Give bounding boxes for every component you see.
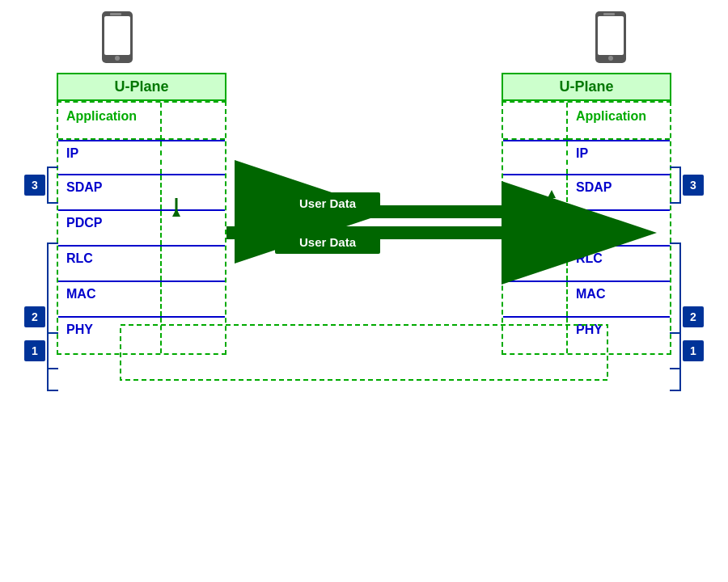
svg-point-6 <box>608 56 613 61</box>
left-layer-pdcp: PDCP <box>58 211 225 247</box>
left-layer-phy: PHY <box>58 318 225 353</box>
bracket-label-left-1: 1 <box>24 340 45 361</box>
left-uplane-header: U-Plane <box>57 73 226 101</box>
svg-rect-5 <box>598 16 624 55</box>
right-uplane-header: U-Plane <box>502 73 671 101</box>
left-bracket-3: 3 <box>24 167 58 204</box>
svg-point-2 <box>115 56 120 61</box>
svg-rect-3 <box>110 13 121 15</box>
left-stack: U-Plane Application IP <box>57 73 226 355</box>
svg-rect-7 <box>603 13 615 15</box>
svg-rect-20 <box>275 231 380 254</box>
right-bracket-3: 3 <box>670 167 704 204</box>
svg-rect-18 <box>275 192 380 215</box>
diagram-container: U-Plane Application IP <box>0 0 728 582</box>
right-layer-pdcp: PDCP <box>503 211 670 247</box>
right-layer-ip: IP <box>503 140 670 175</box>
svg-text:User Data: User Data <box>299 196 357 210</box>
right-bracket-1: 1 <box>670 332 704 369</box>
left-layer-rlc: RLC <box>58 247 225 282</box>
left-layer-mac: MAC <box>58 282 225 318</box>
right-stack: U-Plane Application IP <box>502 73 671 355</box>
bracket-label-left-2: 2 <box>24 306 45 327</box>
svg-text:User Data: User Data <box>299 235 357 249</box>
bracket-label-left-3: 3 <box>24 175 45 196</box>
right-layer-rlc: RLC <box>503 247 670 282</box>
bracket-label-right-3: 3 <box>683 175 704 196</box>
right-layer-sdap: SDAP <box>503 175 670 211</box>
bracket-label-right-1: 1 <box>683 340 704 361</box>
right-layer-mac: MAC <box>503 282 670 318</box>
left-layer-ip: IP <box>58 140 225 175</box>
svg-rect-1 <box>104 16 130 55</box>
right-layer-app: Application <box>503 103 670 140</box>
left-phone-icon <box>81 10 154 70</box>
bracket-label-right-2: 2 <box>683 306 704 327</box>
left-layer-sdap: SDAP <box>58 175 225 211</box>
right-layer-phy: PHY <box>503 318 670 353</box>
left-layer-app: Application <box>58 103 225 140</box>
right-phone-icon <box>574 10 647 70</box>
left-bracket-1: 1 <box>24 332 58 369</box>
